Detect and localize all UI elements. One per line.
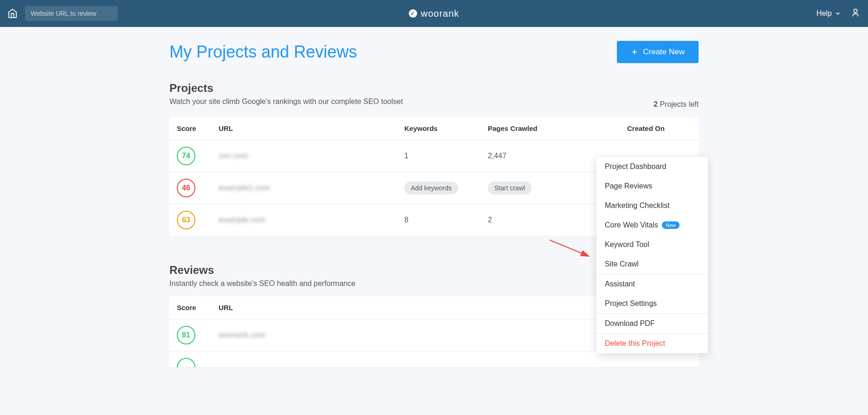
user-icon[interactable] <box>850 7 861 19</box>
menu-keyword-tool[interactable]: Keyword Tool <box>596 235 708 254</box>
svg-point-0 <box>854 9 857 13</box>
col-score: Score <box>177 124 219 132</box>
projects-subtitle: Watch your site climb Google's rankings … <box>169 97 403 106</box>
logo-check-icon: ✓ <box>409 9 417 18</box>
logo[interactable]: ✓ woorank <box>409 8 460 19</box>
create-new-button[interactable]: Create New <box>617 41 699 63</box>
menu-project-settings[interactable]: Project Settings <box>596 294 708 313</box>
plus-icon <box>631 48 638 56</box>
project-actions-dropdown: Project Dashboard Page Reviews Marketing… <box>596 157 708 353</box>
menu-download-pdf[interactable]: Download PDF <box>596 314 708 333</box>
page-title: My Projects and Reviews <box>169 42 357 62</box>
menu-site-crawl[interactable]: Site Crawl <box>596 254 708 274</box>
projects-left-count: 2 Projects left <box>654 100 699 109</box>
url-review-input[interactable] <box>25 6 118 21</box>
create-btn-label: Create New <box>643 47 685 57</box>
topbar-right: Help <box>816 7 861 19</box>
keywords-value: 1 <box>404 152 488 160</box>
menu-marketing-checklist[interactable]: Marketing Checklist <box>596 196 708 215</box>
col-keywords: Keywords <box>404 124 488 132</box>
help-label: Help <box>816 9 832 18</box>
new-badge: New <box>662 221 680 229</box>
project-url: example1.com <box>219 183 404 193</box>
menu-assistant[interactable]: Assistant <box>596 274 708 294</box>
arrow-annotation <box>547 238 594 261</box>
menu-project-dashboard[interactable]: Project Dashboard <box>596 157 708 176</box>
score-badge: 81 <box>177 326 195 344</box>
svg-line-4 <box>550 240 589 256</box>
col-pages-crawled: Pages Crawled <box>488 124 627 132</box>
score-badge: 74 <box>177 147 195 165</box>
projects-title: Projects <box>169 82 403 95</box>
menu-page-reviews[interactable]: Page Reviews <box>596 176 708 196</box>
score-badge: 46 <box>177 179 195 197</box>
project-url: example.com <box>219 215 404 225</box>
keywords-value: 8 <box>404 216 488 224</box>
col-score: Score <box>177 304 219 311</box>
table-row[interactable] <box>169 351 699 368</box>
chevron-down-icon <box>835 10 841 17</box>
menu-delete-project[interactable]: Delete this Project <box>596 334 708 353</box>
projects-section-header: Projects Watch your site climb Google's … <box>169 82 699 109</box>
logo-text: woorank <box>421 8 460 19</box>
menu-core-web-vitals[interactable]: Core Web Vitals New <box>596 215 708 235</box>
help-link[interactable]: Help <box>816 9 841 18</box>
topbar: ✓ woorank Help <box>0 0 868 27</box>
page-header: My Projects and Reviews Create New <box>169 41 699 63</box>
score-badge: 63 <box>177 211 195 229</box>
project-url: cnn.com <box>219 151 404 161</box>
score-badge-partial <box>177 358 195 367</box>
col-url: URL <box>219 124 404 132</box>
start-crawl-button[interactable]: Start crawl <box>488 182 531 195</box>
main-container: My Projects and Reviews Create New Proje… <box>160 27 708 382</box>
projects-table-header: Score URL Keywords Pages Crawled Created… <box>169 117 699 140</box>
col-created-on: Created On <box>627 124 691 132</box>
home-icon[interactable] <box>7 8 18 19</box>
add-keywords-button[interactable]: Add keywords <box>404 182 458 195</box>
